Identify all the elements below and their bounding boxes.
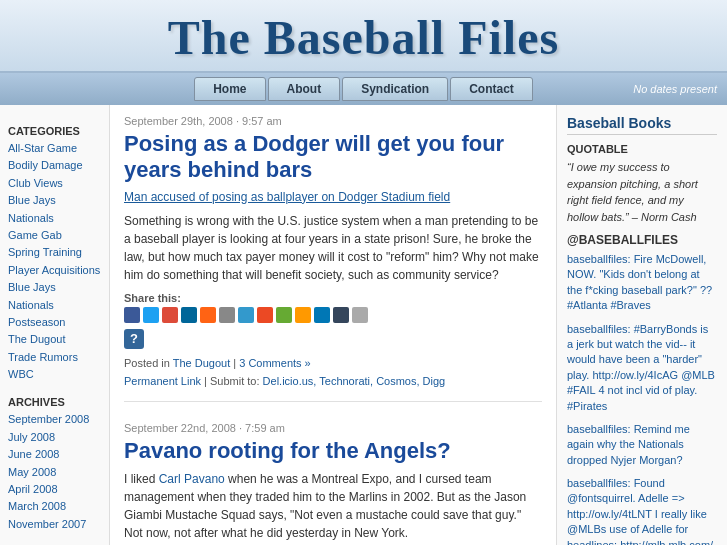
post-1-comments[interactable]: 3 Comments » <box>239 357 311 369</box>
post-2: September 22nd, 2008 · 7:59 am Pavano ro… <box>124 422 542 545</box>
post-1: September 29th, 2008 · 9:57 am Posing as… <box>124 115 542 402</box>
main-content: September 29th, 2008 · 9:57 am Posing as… <box>110 105 557 545</box>
post-1-footer: Posted in The Dugout | 3 Comments » <box>124 357 542 369</box>
archive-nov07[interactable]: November 2007 <box>8 517 101 532</box>
sidebar-item-playeracq[interactable]: Player Acquisitions <box>8 263 101 278</box>
sidebar-item-bluejays2[interactable]: Blue Jays <box>8 280 101 295</box>
post-2-title: Pavano rooting for the Angels? <box>124 438 542 464</box>
post-1-submit-links[interactable]: Del.icio.us, Technorati, Cosmos, Digg <box>263 375 446 387</box>
archive-sep08[interactable]: September 2008 <box>8 412 101 427</box>
quotable-label: QUOTABLE <box>567 143 717 155</box>
share-icon-tumblr[interactable] <box>333 307 349 323</box>
share-icons-1 <box>124 307 542 323</box>
archive-jun08[interactable]: June 2008 <box>8 447 101 462</box>
nav-about[interactable]: About <box>268 77 341 101</box>
share-icon-linkedin[interactable] <box>314 307 330 323</box>
archives-heading: ARCHIVES <box>8 396 101 408</box>
post-1-category[interactable]: The Dugout <box>173 357 230 369</box>
tweet-4[interactable]: baseballfiles: Found @fontsquirrel. Adel… <box>567 476 717 545</box>
tweet-1[interactable]: baseballfiles: Fire McDowell, NOW. "Kids… <box>567 252 717 314</box>
post-1-posted-in: Posted in <box>124 357 173 369</box>
sidebar-item-nationals1[interactable]: Nationals <box>8 211 101 226</box>
post-2-body1: I liked Carl Pavano when he was a Montre… <box>124 470 542 542</box>
sidebar-item-nationals2[interactable]: Nationals <box>8 298 101 313</box>
right-sidebar: Baseball Books QUOTABLE “I owe my succes… <box>557 105 727 545</box>
nav-syndication[interactable]: Syndication <box>342 77 448 101</box>
post-1-meta: September 29th, 2008 · 9:57 am <box>124 115 542 127</box>
post-1-footer2: Permanent Link | Submit to: Del.icio.us,… <box>124 375 542 387</box>
main-nav: Home About Syndication Contact <box>0 73 727 105</box>
twitter-handle: @BASEBALLFILES <box>567 233 717 247</box>
share-icon-rss[interactable] <box>295 307 311 323</box>
nav-dates-info: No dates present <box>633 83 717 95</box>
archive-apr08[interactable]: April 2008 <box>8 482 101 497</box>
books-title: Baseball Books <box>567 115 717 135</box>
sidebar-item-allstar[interactable]: All-Star Game <box>8 141 101 156</box>
share-icon-gplus[interactable] <box>162 307 178 323</box>
pavano-link[interactable]: Carl Pavano <box>159 472 225 486</box>
nav-home[interactable]: Home <box>194 77 265 101</box>
site-header: The Baseball Files <box>0 0 727 73</box>
share-section-1: Share this: ? <box>124 292 542 349</box>
page-layout: CATEGORIES All-Star Game Bodily Damage C… <box>0 105 727 545</box>
share-label-1: Share this: <box>124 292 542 304</box>
sidebar-item-postseason[interactable]: Postseason <box>8 315 101 330</box>
share-icon-technorati[interactable] <box>276 307 292 323</box>
archive-mar08[interactable]: March 2008 <box>8 499 101 514</box>
post-1-permalink[interactable]: Permanent Link <box>124 375 201 387</box>
share-icon-email[interactable] <box>219 307 235 323</box>
share-icon-reddit[interactable] <box>200 307 216 323</box>
sidebar-item-wbc[interactable]: WBC <box>8 367 101 382</box>
share-icon-delicious[interactable] <box>238 307 254 323</box>
archive-jul08[interactable]: July 2008 <box>8 430 101 445</box>
post-1-body: Something is wrong with the U.S. justice… <box>124 212 542 284</box>
sidebar-item-spring[interactable]: Spring Training <box>8 245 101 260</box>
sidebar-item-clubviews[interactable]: Club Views <box>8 176 101 191</box>
tweet-2[interactable]: baseballfiles: #BarryBonds is a jerk but… <box>567 322 717 414</box>
sidebar-item-bluejays1[interactable]: Blue Jays <box>8 193 101 208</box>
sidebar-item-dugout[interactable]: The Dugout <box>8 332 101 347</box>
post-2-meta: September 22nd, 2008 · 7:59 am <box>124 422 542 434</box>
sidebar-item-bodily[interactable]: Bodily Damage <box>8 158 101 173</box>
post-1-subtitle[interactable]: Man accused of posing as ballplayer on D… <box>124 190 542 204</box>
share-icon-tw[interactable] <box>143 307 159 323</box>
left-sidebar: CATEGORIES All-Star Game Bodily Damage C… <box>0 105 110 545</box>
share-icon-print[interactable] <box>352 307 368 323</box>
share-icon-fb[interactable] <box>124 307 140 323</box>
post-1-submit-label: | Submit to: <box>204 375 263 387</box>
sidebar-item-traderumors[interactable]: Trade Rumors <box>8 350 101 365</box>
nav-contact[interactable]: Contact <box>450 77 533 101</box>
post-1-title: Posing as a Dodger will get you four yea… <box>124 131 542 184</box>
categories-heading: CATEGORIES <box>8 125 101 137</box>
share-icon-stumble[interactable] <box>257 307 273 323</box>
quote-text: “I owe my success to expansion pitching,… <box>567 159 717 225</box>
tweet-3[interactable]: baseballfiles: Remind me again why the N… <box>567 422 717 468</box>
sidebar-item-gamegab[interactable]: Game Gab <box>8 228 101 243</box>
archive-may08[interactable]: May 2008 <box>8 465 101 480</box>
share-icon-digg[interactable] <box>181 307 197 323</box>
share-icon-question[interactable]: ? <box>124 329 144 349</box>
site-title: The Baseball Files <box>0 10 727 65</box>
